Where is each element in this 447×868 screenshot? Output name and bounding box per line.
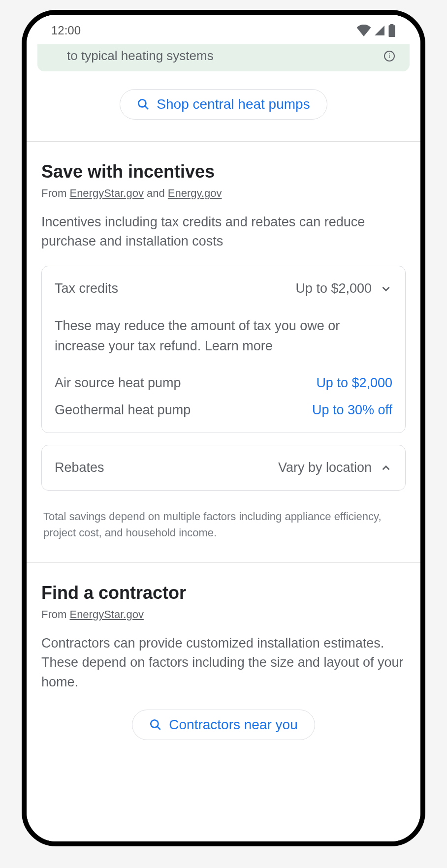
rebates-card: Rebates Vary by location [41,445,406,491]
svg-line-3 [158,726,161,730]
phone-frame: 12:00 to typical heating systems i Shop … [22,10,425,846]
energygov-link[interactable]: Energy.gov [168,187,222,199]
chevron-down-icon [380,282,392,295]
incentives-source-line: From EnergyStar.gov and Energy.gov [41,187,406,200]
contractor-description: Contractors can provide customized insta… [41,634,406,691]
air-source-value-link[interactable]: Up to $2,000 [316,375,392,391]
chevron-up-icon [380,462,392,474]
contractor-heading: Find a contractor [41,583,406,603]
rebates-label: Rebates [55,460,104,475]
contractor-button-label: Contractors near you [169,717,297,733]
content: to typical heating systems i Shop centra… [27,44,420,776]
contractor-section: Find a contractor From EnergyStar.gov Co… [27,563,420,766]
shop-button-row: Shop central heat pumps [27,89,420,120]
incentives-footnote: Total savings depend on multiple factors… [41,502,406,558]
row-label: Geothermal heat pump [55,403,191,418]
contractor-source-line: From EnergyStar.gov [41,608,406,621]
and-text: and [144,187,168,199]
status-icons [356,24,396,37]
tax-credits-label: Tax credits [55,281,118,296]
row-label: Air source heat pump [55,375,181,391]
battery-icon [388,24,396,37]
contractor-button-row: Contractors near you [41,710,406,740]
banner-text: to typical heating systems [67,48,380,63]
tax-credits-card: Tax credits Up to $2,000 These may reduc… [41,266,406,433]
tax-credits-body: These may reduce the amount of tax you o… [55,316,392,418]
info-icon[interactable]: i [384,51,395,62]
svg-point-0 [139,99,146,107]
energy-banner: to typical heating systems i [37,44,410,71]
status-time: 12:00 [51,24,81,37]
rebates-header[interactable]: Rebates Vary by location [55,460,392,475]
tax-credits-value: Up to $2,000 [295,281,372,296]
svg-point-2 [151,720,159,727]
energystar-link[interactable]: EnergyStar.gov [69,608,143,620]
from-prefix: From [41,608,69,620]
shop-button-label: Shop central heat pumps [157,96,310,112]
search-icon [137,98,150,111]
svg-line-1 [145,106,149,109]
incentives-section: Save with incentives From EnergyStar.gov… [27,142,420,562]
tax-credits-header[interactable]: Tax credits Up to $2,000 [55,281,392,296]
incentive-row-air-source: Air source heat pump Up to $2,000 [55,375,392,391]
incentive-row-geothermal: Geothermal heat pump Up to 30% off [55,403,392,418]
geothermal-value-link[interactable]: Up to 30% off [312,403,392,418]
search-icon [149,718,162,731]
incentives-description: Incentives including tax credits and reb… [41,213,406,251]
cell-signal-icon [373,25,386,36]
energystar-link[interactable]: EnergyStar.gov [69,187,143,199]
contractors-near-you-button[interactable]: Contractors near you [132,710,315,740]
rebates-value: Vary by location [278,460,372,475]
incentives-heading: Save with incentives [41,161,406,182]
wifi-icon [356,25,371,36]
tax-credits-explain: These may reduce the amount of tax you o… [55,316,392,356]
screen: 12:00 to typical heating systems i Shop … [27,15,420,841]
from-prefix: From [41,187,69,199]
shop-heat-pumps-button[interactable]: Shop central heat pumps [120,89,327,120]
status-bar: 12:00 [27,15,420,41]
